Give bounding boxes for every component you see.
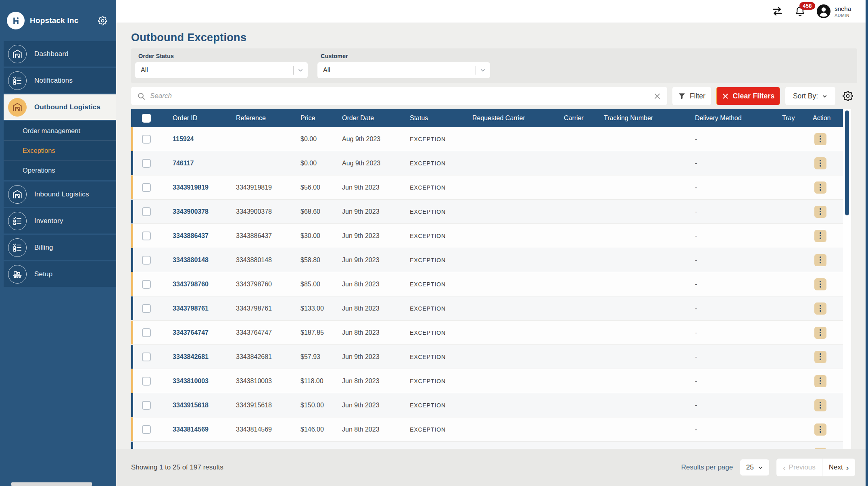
column-header-order-id: Order ID bbox=[173, 115, 236, 122]
cell-order-date: Jun 8th 2023 bbox=[342, 378, 410, 385]
order-id-link[interactable]: 3343810003 bbox=[173, 378, 236, 385]
search-input[interactable] bbox=[150, 92, 649, 100]
row-checkbox[interactable] bbox=[142, 159, 151, 168]
warehouse-icon bbox=[8, 185, 27, 204]
notification-bell[interactable]: 458 bbox=[794, 6, 806, 17]
order-id-link[interactable]: 3343798761 bbox=[173, 305, 236, 312]
cell-order-date: Jun 9th 2023 bbox=[342, 208, 410, 215]
cell-delivery-method: - bbox=[695, 353, 782, 361]
kebab-menu-icon[interactable] bbox=[814, 448, 826, 449]
kebab-menu-icon[interactable] bbox=[814, 327, 826, 339]
table-scrollbar-thumb[interactable] bbox=[845, 111, 849, 215]
row-checkbox[interactable] bbox=[142, 232, 151, 240]
kebab-menu-icon[interactable] bbox=[814, 399, 826, 411]
sidebar-subitem-exceptions[interactable]: Exceptions bbox=[4, 141, 116, 161]
kebab-menu-icon[interactable] bbox=[814, 181, 826, 194]
cell-price: $57.93 bbox=[300, 353, 342, 361]
row-checkbox[interactable] bbox=[142, 207, 151, 216]
sidebar-gear-icon[interactable] bbox=[98, 16, 107, 25]
row-checkbox[interactable] bbox=[142, 353, 151, 361]
order-id-link[interactable]: 3343814569 bbox=[173, 426, 236, 433]
notification-count-badge: 458 bbox=[799, 2, 815, 10]
funnel-icon bbox=[678, 92, 686, 100]
customer-label: Customer bbox=[321, 53, 490, 59]
order-status-select[interactable]: All bbox=[135, 62, 308, 78]
sidebar: Hopstack Inc DashboardNotificationsOutbo… bbox=[0, 0, 116, 486]
sidebar-horizontal-scrollbar[interactable] bbox=[11, 482, 92, 486]
conveyor-icon bbox=[8, 265, 27, 284]
user-menu[interactable]: sneha ADMIN bbox=[816, 4, 851, 19]
sidebar-item-outbound-logistics[interactable]: Outbound Logistics bbox=[4, 94, 116, 120]
sidebar-subitem-order-management[interactable]: Order management bbox=[4, 121, 116, 141]
cell-status: EXCEPTION bbox=[410, 402, 472, 409]
row-checkbox[interactable] bbox=[142, 401, 151, 410]
sidebar-item-label: Inbound Logistics bbox=[34, 190, 89, 198]
kebab-menu-icon[interactable] bbox=[814, 351, 826, 363]
checklist-icon bbox=[8, 238, 27, 257]
kebab-menu-icon[interactable] bbox=[814, 133, 826, 145]
pager: ‹Previous Next› bbox=[776, 459, 855, 476]
kebab-menu-icon[interactable] bbox=[814, 230, 826, 242]
row-checkbox[interactable] bbox=[142, 328, 151, 337]
order-id-link[interactable]: 3343886437 bbox=[173, 232, 236, 240]
column-header-action: Action bbox=[813, 115, 843, 122]
results-per-page-label: Results per page bbox=[681, 463, 733, 471]
row-checkbox[interactable] bbox=[142, 377, 151, 386]
table-scrollbar[interactable] bbox=[843, 109, 851, 449]
sidebar-item-billing[interactable]: Billing bbox=[4, 235, 116, 260]
row-checkbox[interactable] bbox=[142, 280, 151, 289]
order-id-link[interactable]: 3343880148 bbox=[173, 257, 236, 264]
transfer-arrows-icon[interactable] bbox=[771, 5, 784, 17]
results-summary: Showing 1 to 25 of 197 results bbox=[131, 463, 223, 471]
sidebar-item-inbound-logistics[interactable]: Inbound Logistics bbox=[4, 181, 116, 207]
row-checkbox[interactable] bbox=[142, 135, 151, 144]
row-checkbox[interactable] bbox=[142, 425, 151, 434]
order-id-link[interactable]: 3343764747 bbox=[173, 329, 236, 336]
chevron-down-icon bbox=[480, 67, 486, 73]
previous-page-button[interactable]: ‹Previous bbox=[776, 459, 822, 476]
customer-select[interactable]: All bbox=[317, 62, 490, 78]
table-row: 115924$0.00Aug 9th 2023EXCEPTION- bbox=[131, 127, 851, 151]
kebab-menu-icon[interactable] bbox=[814, 206, 826, 218]
sidebar-item-setup[interactable]: Setup bbox=[4, 261, 116, 287]
kebab-menu-icon[interactable] bbox=[814, 254, 826, 266]
order-status-label: Order Status bbox=[138, 53, 308, 59]
kebab-menu-icon[interactable] bbox=[814, 157, 826, 169]
select-all-checkbox[interactable] bbox=[142, 114, 151, 123]
cell-reference: 3343886437 bbox=[236, 232, 300, 240]
cell-delivery-method: - bbox=[695, 257, 782, 264]
next-page-button[interactable]: Next› bbox=[822, 459, 855, 476]
row-checkbox[interactable] bbox=[142, 183, 151, 192]
kebab-menu-icon[interactable] bbox=[814, 302, 826, 315]
sidebar-item-notifications[interactable]: Notifications bbox=[4, 68, 116, 93]
sidebar-item-dashboard[interactable]: Dashboard bbox=[4, 41, 116, 67]
cell-status: EXCEPTION bbox=[410, 233, 472, 239]
kebab-menu-icon[interactable] bbox=[814, 375, 826, 387]
page-scrollbar[interactable] bbox=[866, 0, 868, 486]
clear-filters-button[interactable]: Clear Filters bbox=[716, 87, 780, 105]
pagination-footer: Showing 1 to 25 of 197 results Results p… bbox=[116, 449, 868, 486]
row-checkbox[interactable] bbox=[142, 304, 151, 313]
order-id-link[interactable]: 115924 bbox=[173, 136, 236, 143]
page-size-select[interactable]: 25 bbox=[740, 459, 769, 476]
kebab-menu-icon[interactable] bbox=[814, 423, 826, 436]
order-id-link[interactable]: 3343798760 bbox=[173, 281, 236, 288]
cell-order-date: Jun 9th 2023 bbox=[342, 402, 410, 409]
order-id-link[interactable]: 3343900378 bbox=[173, 208, 236, 215]
order-id-link[interactable]: 3343842681 bbox=[173, 353, 236, 361]
sidebar-subitem-operations[interactable]: Operations bbox=[4, 161, 116, 180]
order-id-link[interactable]: 746117 bbox=[173, 160, 236, 167]
kebab-menu-icon[interactable] bbox=[814, 278, 826, 290]
row-checkbox[interactable] bbox=[142, 256, 151, 265]
sidebar-item-inventory[interactable]: Inventory bbox=[4, 208, 116, 234]
cell-price: $118.00 bbox=[300, 378, 342, 385]
sort-by-button[interactable]: Sort By: bbox=[785, 87, 835, 105]
column-header-status: Status bbox=[410, 115, 472, 122]
order-id-link[interactable]: 3343915618 bbox=[173, 402, 236, 409]
table-row: 33438145693343814569$146.00Jun 8th 2023E… bbox=[131, 417, 851, 442]
order-id-link[interactable]: 3343919819 bbox=[173, 184, 236, 191]
table-row: 33438426813343842681$57.93Jun 9th 2023EX… bbox=[131, 345, 851, 369]
clear-search-icon[interactable] bbox=[653, 92, 661, 100]
table-settings-gear-icon[interactable] bbox=[843, 91, 853, 101]
filter-button[interactable]: Filter bbox=[672, 87, 711, 105]
